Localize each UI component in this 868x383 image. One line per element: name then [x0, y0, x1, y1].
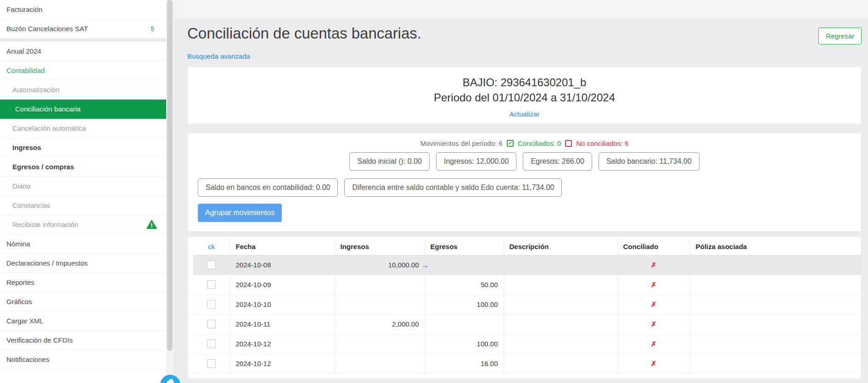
- sidebar-item-nomina[interactable]: Nómina: [0, 234, 166, 254]
- count-badge: 5: [151, 25, 154, 33]
- sidebar-item-label: Anual 2024: [6, 47, 41, 55]
- not-reconciled-icon: ✗: [651, 340, 657, 348]
- table-header-row: ck Fecha Ingresos Egresos Descripción Co…: [193, 239, 861, 255]
- no-conciliados-label: No conciliados: 6: [576, 139, 628, 147]
- cell-poliza: [690, 334, 861, 354]
- refresh-link[interactable]: Actualizar: [510, 110, 540, 118]
- cell-egresos: [425, 314, 504, 334]
- col-header-ingresos: Ingresos: [335, 239, 425, 255]
- col-header-fecha: Fecha: [230, 239, 335, 255]
- cell-egresos: 50.00: [425, 275, 504, 294]
- movements-count-label: Movimientos del periodo: 6: [420, 139, 503, 147]
- saldo-contabilidad-box[interactable]: Saldo en bancos en contabilidad: 0.00: [198, 178, 338, 197]
- sidebar-item-conciliacion-bancaria[interactable]: Conciliación bancaria: [0, 100, 166, 119]
- cell-descripcion: [504, 314, 617, 334]
- cell-ingresos: [335, 275, 425, 294]
- sidebar-item-label: Diario: [12, 182, 30, 190]
- diferencia-saldo-box[interactable]: Diferencia entre saldo contable y saldo …: [344, 178, 562, 197]
- row-checkbox[interactable]: [207, 280, 216, 289]
- cell-ingresos: [335, 354, 425, 373]
- sidebar-item-label: Verificación de CFDIs: [6, 336, 73, 344]
- sidebar-item-recibiste-informacion[interactable]: Recibiste información: [0, 215, 166, 234]
- cell-ingresos: 10,000.00→: [341, 261, 419, 269]
- sidebar-item-egresos-compras[interactable]: Egresos / compras: [0, 157, 166, 177]
- sidebar-item-label: Constancias: [12, 201, 50, 209]
- sidebar-item-constancias[interactable]: Constancias: [0, 196, 166, 215]
- cell-fecha: 2024-10-09: [230, 275, 335, 294]
- sidebar-item-label: Egresos / compras: [12, 163, 74, 171]
- arrow-right-icon[interactable]: →: [421, 260, 429, 270]
- sidebar-scrollbar[interactable]: [166, 0, 174, 383]
- movements-table: ck Fecha Ingresos Egresos Descripción Co…: [193, 239, 861, 374]
- row-checkbox[interactable]: [207, 339, 216, 348]
- table-row: 2024-10-10 100.00 ✗: [193, 294, 861, 314]
- back-button[interactable]: Regresar: [818, 28, 862, 44]
- no-conciliados-checkbox-icon: [565, 140, 572, 147]
- col-header-descripcion: Descripción: [504, 239, 617, 255]
- sidebar-item-label: Nómina: [6, 240, 30, 248]
- sidebar-item-reportes[interactable]: Reportes: [0, 273, 166, 292]
- warning-icon: [146, 220, 157, 229]
- main-content: Conciliación de cuentas bancarias. Regre…: [174, 0, 868, 383]
- row-checkbox[interactable]: [207, 320, 216, 328]
- saldo-inicial-box[interactable]: Saldo inicial (): 0.00: [349, 152, 430, 171]
- sidebar-scrollbar-thumb[interactable]: [167, 0, 173, 351]
- sidebar-item-notificaciones[interactable]: Notificaciones: [0, 350, 166, 369]
- cell-poliza: [690, 275, 861, 294]
- cell-poliza: [690, 354, 861, 373]
- sidebar-item-diario[interactable]: Diario: [0, 177, 166, 196]
- sidebar-item-label: Cargar XML: [6, 317, 44, 325]
- sidebar-item-cancelacion-automatica[interactable]: Cancelación automática: [0, 119, 166, 138]
- cell-fecha: 2024-10-08: [230, 255, 335, 275]
- advanced-search-link[interactable]: Busqueda avanzada: [187, 52, 250, 60]
- ingresos-box[interactable]: Ingresos: 12,000.00: [436, 152, 516, 171]
- cell-fecha: 2024-10-11: [230, 314, 335, 334]
- cell-ingresos: 2,000.00: [335, 314, 425, 334]
- cell-descripcion: [504, 255, 617, 275]
- sidebar-nav: Facturación Buzón Cancelaciones SAT 5 An…: [0, 0, 166, 369]
- account-panel: BAJIO: 293641630201_b Periodo del 01/10/…: [187, 67, 862, 124]
- sidebar-item-verificacion-cfdis[interactable]: Verificación de CFDIs: [0, 331, 166, 350]
- row-checkbox[interactable]: [207, 300, 216, 309]
- sidebar-item-declaraciones-impuestos[interactable]: Declaraciones / Impuestos: [0, 254, 166, 273]
- not-reconciled-icon: ✗: [651, 320, 657, 328]
- sidebar-item-contabilidad[interactable]: Contabilidad: [0, 61, 166, 80]
- sidebar-item-label: Automatización: [12, 86, 60, 94]
- sidebar-item-label: Cancelación automática: [12, 124, 86, 132]
- saldo-bancario-box[interactable]: Saldo bancario: 11,734.00: [599, 152, 700, 171]
- col-header-poliza: Póliza asociada: [690, 239, 861, 255]
- sidebar-item-label: Ingresos: [12, 144, 41, 151]
- sidebar-item-graficos[interactable]: Gráficos: [0, 292, 166, 311]
- sidebar-item-facturacion[interactable]: Facturación: [0, 0, 166, 19]
- table-row: 2024-10-12 16.00 ✗: [193, 354, 861, 373]
- sidebar: Facturación Buzón Cancelaciones SAT 5 An…: [0, 0, 174, 383]
- sidebar-item-anual-2024[interactable]: Anual 2024: [0, 42, 166, 61]
- cell-egresos: 100.00: [425, 334, 504, 354]
- sidebar-item-cargar-xml[interactable]: Cargar XML: [0, 311, 166, 331]
- cell-poliza: [690, 314, 861, 334]
- sidebar-divider: [0, 39, 166, 42]
- table-row: 2024-10-09 50.00 ✗: [193, 275, 861, 294]
- table-row: 2024-10-08 10,000.00→ ✗: [193, 255, 861, 275]
- sidebar-item-label: Declaraciones / Impuestos: [6, 259, 88, 267]
- row-checkbox[interactable]: [207, 261, 216, 269]
- movements-table-panel: ck Fecha Ingresos Egresos Descripción Co…: [187, 236, 862, 379]
- sidebar-item-automatizacion[interactable]: Automatización: [0, 80, 166, 100]
- not-reconciled-icon: ✗: [651, 360, 657, 367]
- cell-descripcion: [504, 354, 617, 373]
- cell-descripcion: [504, 294, 617, 314]
- conciliados-checkbox-icon: ✓: [507, 140, 514, 147]
- cell-egresos: 16.00: [425, 354, 504, 373]
- row-checkbox[interactable]: [207, 359, 216, 368]
- not-reconciled-icon: ✗: [651, 261, 657, 269]
- account-period: Periodo del 01/10/2024 a 31/10/2024: [188, 91, 861, 104]
- sidebar-item-label: Reportes: [6, 278, 34, 286]
- select-all-link[interactable]: ck: [193, 239, 230, 255]
- sidebar-item-buzon-cancelaciones-sat[interactable]: Buzón Cancelaciones SAT 5: [0, 19, 166, 39]
- sidebar-item-label: Recibiste información: [12, 221, 78, 228]
- not-reconciled-icon: ✗: [651, 300, 657, 308]
- group-movements-button[interactable]: Agrupar movimientos: [198, 204, 282, 222]
- cell-fecha: 2024-10-10: [230, 294, 335, 314]
- egresos-box[interactable]: Egresos: 266.00: [523, 152, 592, 171]
- sidebar-item-ingresos[interactable]: Ingresos: [0, 138, 166, 157]
